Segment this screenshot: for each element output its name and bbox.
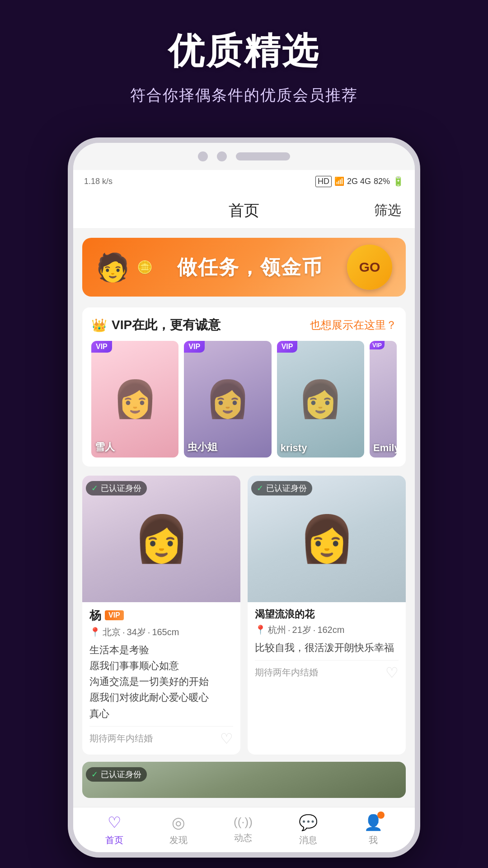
tab-bar: ♡ 首页 ◎ 发现 ((·)) 动态 💬 消息 👤 我	[73, 807, 415, 852]
profile-location: 杭州	[268, 624, 286, 636]
vip-section-title: VIP在此，更有诚意	[112, 316, 221, 334]
profile-photo: 👩 ✓ 已认证身份	[82, 476, 240, 602]
vip-showcase-link[interactable]: 也想展示在这里？	[310, 318, 397, 332]
vip-member-name: kristy	[281, 442, 307, 454]
status-speed: 1.18 k/s	[84, 177, 113, 186]
tab-dynamic[interactable]: ((·)) 动态	[234, 815, 253, 844]
marriage-expectation: 期待两年内结婚	[255, 666, 318, 679]
profile-location: 北京	[103, 626, 121, 638]
tab-discover-label: 发现	[169, 834, 188, 846]
vip-badge: VIP	[277, 341, 298, 353]
phone-camera	[198, 151, 208, 161]
tab-profile-label: 我	[369, 834, 378, 846]
tab-home-label: 首页	[105, 834, 123, 846]
profile-name: 杨	[89, 608, 101, 623]
check-icon: ✓	[257, 483, 263, 493]
profile-card[interactable]: 👩 ✓ 已认证身份 渴望流浪的花 📍 杭州	[248, 476, 406, 755]
tab-dynamic-label: 动态	[234, 832, 252, 844]
tab-discover[interactable]: ◎ 发现	[169, 813, 188, 846]
phone-sensor	[217, 151, 227, 161]
profile-separator: ·	[288, 625, 291, 635]
hd-badge: HD	[315, 176, 332, 187]
vip-badge: VIP	[370, 341, 385, 349]
vip-badge: VIP	[184, 341, 205, 353]
banner-go-button[interactable]: GO	[347, 245, 392, 290]
vip-members-grid: VIP 👩 雪人 VIP 👩 虫小姐	[91, 341, 397, 458]
vip-section: 👑 VIP在此，更有诚意 也想展示在这里？ VIP 👩 雪人	[82, 307, 406, 467]
profile-height: 165cm	[152, 627, 179, 637]
profile-separator2: ·	[313, 625, 316, 635]
content-area: 🧑 🪙 做任务，领金币 GO 👑 VIP在此，更有诚意 也想展示在这里？	[73, 229, 415, 807]
tab-profile-wrapper: 👤	[364, 813, 383, 831]
vip-member-name: Emily	[373, 442, 397, 454]
tab-profile[interactable]: 👤 我	[364, 813, 383, 846]
profile-name-row: 渴望流浪的花	[255, 608, 399, 621]
notification-dot	[377, 811, 385, 819]
profile-separator: ·	[122, 627, 125, 637]
identity-text: 已认证身份	[266, 483, 307, 494]
vip-card[interactable]: VIP 👩 雪人	[91, 341, 178, 458]
location-icon: 📍	[89, 627, 101, 637]
profile-photo: 👩 ✓ 已认证身份	[248, 476, 406, 602]
identity-text: 已认证身份	[101, 769, 141, 780]
profile-card[interactable]: 👩 ✓ 已认证身份 杨 VIP 📍	[82, 476, 240, 755]
nav-wrapper: 首页 筛选	[87, 201, 401, 220]
profile-height: 162cm	[317, 625, 344, 635]
tab-message[interactable]: 💬 消息	[299, 813, 318, 846]
battery-text: 82%	[374, 177, 390, 186]
profile-details: 📍 杭州 · 21岁 · 162cm	[255, 624, 399, 636]
banner-left: 🧑 🪙	[96, 251, 153, 283]
phone-mockup: 1.18 k/s HD 📶 2G 4G 82% 🔋 首页 筛选 🧑 🪙	[68, 137, 420, 858]
marriage-expectation: 期待两年内结婚	[89, 732, 153, 745]
profile-name-row: 杨 VIP	[89, 608, 233, 623]
message-icon: 💬	[299, 813, 318, 831]
task-banner[interactable]: 🧑 🪙 做任务，领金币 GO	[82, 238, 406, 297]
discover-icon: ◎	[172, 813, 185, 831]
status-icons: HD 📶 2G 4G 82% 🔋	[315, 176, 404, 187]
like-button[interactable]: ♡	[385, 664, 399, 681]
tab-message-label: 消息	[299, 834, 317, 846]
crown-icon: 👑	[91, 318, 107, 333]
battery-icon: 🔋	[393, 176, 404, 187]
vip-header-left: 👑 VIP在此，更有诚意	[91, 316, 221, 334]
like-button[interactable]: ♡	[220, 730, 233, 747]
vip-member-name: 虫小姐	[188, 440, 217, 454]
hero-subtitle: 符合你择偶条件的优质会员推荐	[18, 85, 470, 106]
profile-footer: 期待两年内结婚 ♡	[89, 726, 233, 747]
hero-section: 优质精选 符合你择偶条件的优质会员推荐	[0, 0, 488, 124]
phone-speaker	[236, 152, 290, 160]
signal-text: 2G 4G	[347, 177, 371, 186]
profile-name: 渴望流浪的花	[255, 608, 314, 621]
nav-filter[interactable]: 筛选	[374, 201, 401, 220]
profile-footer: 期待两年内结婚 ♡	[255, 660, 399, 681]
hero-title: 优质精选	[18, 27, 470, 76]
profile-info: 杨 VIP 📍 北京 · 34岁 · 165cm 生活本是考验愿我们事事顺心如意…	[82, 602, 240, 755]
dynamic-icon: ((·))	[234, 815, 253, 829]
profile-details: 📍 北京 · 34岁 · 165cm	[89, 626, 233, 638]
profile-age: 21岁	[292, 624, 311, 636]
profile-bio: 比较自我，很活泼开朗快乐幸福	[255, 640, 399, 656]
status-bar: 1.18 k/s HD 📶 2G 4G 82% 🔋	[73, 170, 415, 193]
profile-separator2: ·	[148, 627, 150, 637]
profile-info: 渴望流浪的花 📍 杭州 · 21岁 · 162cm 比较自我，很活泼开朗快乐幸福	[248, 602, 406, 689]
identity-badge: ✓ 已认证身份	[86, 481, 147, 495]
vip-card[interactable]: VIP Emily	[370, 341, 397, 458]
vip-member-name: 雪人	[95, 440, 115, 454]
location-icon: 📍	[255, 624, 266, 635]
profile-card-partial[interactable]: ✓ 已认证身份	[82, 762, 406, 798]
identity-badge: ✓ 已认证身份	[251, 481, 312, 495]
tab-home[interactable]: ♡ 首页	[105, 813, 123, 846]
check-icon: ✓	[91, 483, 98, 493]
check-icon: ✓	[91, 769, 98, 779]
nav-bar: 首页 筛选	[73, 193, 415, 229]
profiles-grid: 👩 ✓ 已认证身份 杨 VIP 📍	[82, 476, 406, 755]
profile-age: 34岁	[127, 626, 146, 638]
nav-title: 首页	[229, 200, 259, 221]
coin-icon: 🪙	[137, 260, 153, 275]
profile-bio: 生活本是考验愿我们事事顺心如意沟通交流是一切美好的开始愿我们对彼此耐心爱心暖心真…	[89, 642, 233, 722]
wifi-icon: 📶	[334, 176, 344, 186]
phone-frame: 1.18 k/s HD 📶 2G 4G 82% 🔋 首页 筛选 🧑 🪙	[68, 137, 420, 858]
vip-card[interactable]: VIP 👩 kristy	[277, 341, 364, 458]
identity-badge: ✓ 已认证身份	[86, 767, 147, 782]
vip-card[interactable]: VIP 👩 虫小姐	[184, 341, 271, 458]
